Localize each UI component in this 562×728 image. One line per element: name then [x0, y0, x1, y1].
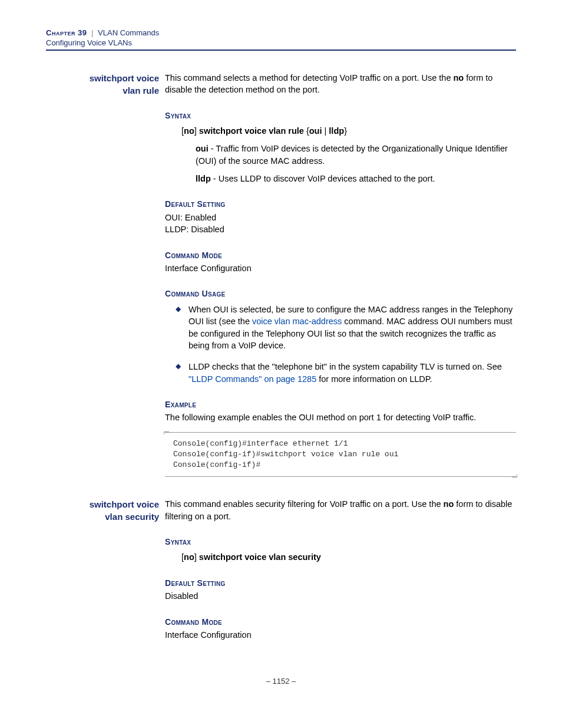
sec-syn-main: switchport voice vlan security: [199, 552, 321, 562]
lldp-text: - Uses LLDP to discover VoIP devices att…: [211, 174, 435, 183]
page-header: Chapter 39 | VLAN Commands Configuring V…: [46, 24, 516, 51]
side-heading-rule: switchport voice vlan rule: [46, 72, 165, 477]
side-heading-line1: switchport voice: [90, 73, 159, 83]
command-body-rule: This command selects a method for detect…: [165, 72, 516, 477]
oui-label: oui: [196, 144, 209, 153]
header-subtitle: Configuring Voice VLANs: [46, 38, 516, 47]
syntax-line: [no] switchport voice vlan rule {oui | l…: [181, 125, 516, 137]
sec-mode-value: Interface Configuration: [165, 629, 516, 641]
example-intro: The following example enables the OUI me…: [165, 411, 516, 423]
syntax-heading: Syntax: [165, 110, 516, 122]
brace-open: {: [304, 126, 309, 136]
mode-heading: Command Mode: [165, 250, 516, 262]
side-heading-line2: vlan rule: [123, 85, 159, 95]
side-heading-sec-line1: switchport voice: [90, 499, 159, 509]
syn-no: no: [184, 126, 194, 136]
usage-list: When OUI is selected, be sure to configu…: [165, 304, 516, 385]
chapter-label: Chapter 39: [46, 28, 87, 37]
intro-text: This command selects a method for detect…: [165, 73, 454, 83]
usage-heading: Command Usage: [165, 288, 516, 300]
voice-vlan-mac-link[interactable]: voice vlan mac-address: [252, 317, 342, 326]
page-number: – 1152 –: [46, 677, 516, 686]
usage2a: LLDP checks that the "telephone bit" in …: [189, 362, 502, 371]
usage-item-lldp: LLDP checks that the "telephone bit" in …: [178, 361, 516, 385]
oui-description: oui - Traffic from VoIP devices is detec…: [196, 143, 516, 167]
lldp-commands-link[interactable]: "LLDP Commands" on page 1285: [189, 374, 316, 384]
sec-default-heading: Default Setting: [165, 578, 516, 589]
default-lldp: LLDP: Disabled: [165, 223, 516, 235]
lldp-description: lldp - Uses LLDP to discover VoIP device…: [196, 173, 516, 185]
sec-mode-heading: Command Mode: [165, 617, 516, 628]
sec-syn-no: no: [184, 552, 194, 562]
syn-oui: oui: [309, 126, 322, 136]
bracket-close: ]: [194, 126, 199, 136]
side-heading-sec-line2: vlan security: [105, 512, 159, 522]
sec-default-value: Disabled: [165, 590, 516, 602]
intro-no-keyword: no: [454, 73, 464, 83]
syn-bar: |: [322, 126, 329, 136]
sec-bracket-close: ]: [194, 552, 199, 562]
sec-syntax-line: [no] switchport voice vlan security: [181, 551, 516, 563]
sec-intro-a: This command enables security filtering …: [165, 499, 444, 509]
command-body-security: This command enables security filtering …: [165, 498, 516, 641]
brace-close: }: [344, 126, 347, 136]
syn-lldp: lldp: [329, 126, 344, 136]
header-title: VLAN Commands: [98, 28, 159, 37]
sec-intro-no: no: [444, 499, 454, 509]
usage-item-oui: When OUI is selected, be sure to configu…: [178, 304, 516, 351]
example-code-block: Console(config)#interface ethernet 1/1 C…: [165, 432, 516, 477]
command-entry-security: switchport voice vlan security This comm…: [46, 498, 516, 641]
default-heading: Default Setting: [165, 199, 516, 210]
usage2b: for more information on LLDP.: [316, 374, 432, 384]
default-oui: OUI: Enabled: [165, 212, 516, 223]
sec-syntax-heading: Syntax: [165, 536, 516, 548]
page: Chapter 39 | VLAN Commands Configuring V…: [0, 0, 562, 709]
pipe-separator: |: [91, 28, 93, 37]
command-entry-rule: switchport voice vlan rule This command …: [46, 72, 516, 477]
lldp-label: lldp: [196, 174, 211, 183]
side-heading-security: switchport voice vlan security: [46, 498, 165, 641]
mode-value: Interface Configuration: [165, 262, 516, 274]
syn-main: switchport voice vlan rule: [199, 126, 304, 136]
oui-text: - Traffic from VoIP devices is detected …: [196, 144, 508, 165]
header-line-1: Chapter 39 | VLAN Commands: [46, 28, 516, 37]
example-heading: Example: [165, 399, 516, 411]
